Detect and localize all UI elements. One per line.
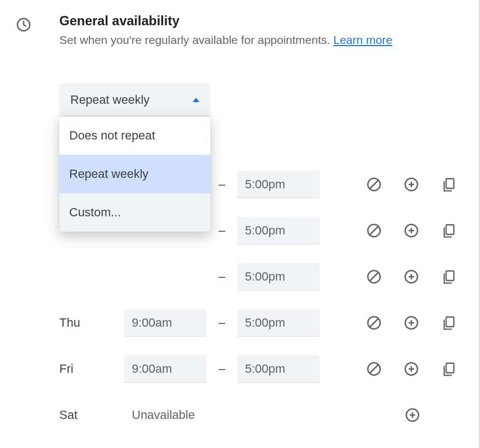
add-icon[interactable] <box>402 175 421 194</box>
section-subtitle: Set when you're regularly available for … <box>59 32 465 48</box>
end-time-input[interactable]: 5:00pm <box>237 171 320 198</box>
svg-rect-18 <box>446 271 454 281</box>
time-dash: – <box>206 316 237 330</box>
end-time-input[interactable]: 5:00pm <box>237 355 320 383</box>
repeat-dropdown-menu: Does not repeat Repeat weekly Custom... <box>59 116 210 232</box>
day-label: Thu <box>59 316 124 330</box>
add-icon[interactable] <box>402 221 421 240</box>
start-time-input[interactable]: 9:00am <box>124 355 206 383</box>
svg-line-2 <box>370 181 378 189</box>
day-row-fri: Fri 9:00am – 5:00pm <box>59 346 465 392</box>
add-icon[interactable] <box>402 360 421 378</box>
day-label: Fri <box>59 362 124 376</box>
end-time-input[interactable]: 5:00pm <box>237 217 320 244</box>
unavailable-icon[interactable] <box>365 313 383 332</box>
time-dash: – <box>206 177 237 192</box>
svg-line-8 <box>370 227 378 235</box>
end-time-input[interactable]: 5:00pm <box>237 309 320 337</box>
copy-icon[interactable] <box>439 175 458 194</box>
unavailable-icon[interactable] <box>365 175 383 194</box>
unavailable-icon[interactable] <box>365 267 383 286</box>
day-label: Sat <box>59 408 124 422</box>
copy-icon[interactable] <box>439 221 458 240</box>
day-row-wed: – 5:00pm <box>59 254 465 300</box>
day-row-sat: Sat Unavailable <box>59 392 465 438</box>
end-time-input[interactable]: 5:00pm <box>237 263 320 290</box>
clock-icon <box>15 25 32 35</box>
repeat-dropdown[interactable]: Repeat weekly <box>59 83 210 116</box>
svg-line-20 <box>370 319 378 327</box>
unavailable-icon[interactable] <box>365 221 383 240</box>
learn-more-link[interactable]: Learn more <box>333 33 392 46</box>
svg-rect-30 <box>446 363 454 373</box>
time-dash: – <box>206 362 237 376</box>
option-repeat-weekly[interactable]: Repeat weekly <box>59 155 210 193</box>
section-subtitle-text: Set when you're regularly available for … <box>59 33 333 46</box>
day-row-thu: Thu 9:00am – 5:00pm <box>59 300 465 346</box>
svg-rect-12 <box>446 225 454 235</box>
time-dash: – <box>206 270 237 284</box>
option-custom[interactable]: Custom... <box>59 193 210 232</box>
option-does-not-repeat[interactable]: Does not repeat <box>59 116 210 155</box>
svg-line-14 <box>370 273 378 281</box>
unavailable-label: Unavailable <box>124 408 195 422</box>
add-icon[interactable] <box>402 313 421 332</box>
svg-rect-24 <box>446 317 454 327</box>
copy-icon[interactable] <box>439 267 458 286</box>
copy-icon[interactable] <box>439 313 458 332</box>
unavailable-icon[interactable] <box>365 360 383 378</box>
copy-icon[interactable] <box>439 360 458 378</box>
add-icon[interactable] <box>402 267 421 286</box>
svg-line-26 <box>370 365 378 373</box>
svg-rect-6 <box>446 179 454 189</box>
add-icon[interactable] <box>403 406 422 424</box>
section-title: General availability <box>59 13 465 29</box>
start-time-input[interactable]: 9:00am <box>124 309 206 337</box>
time-dash: – <box>206 223 237 238</box>
day-row-sun: Sun Unavailable <box>59 438 465 448</box>
chevron-up-icon <box>193 98 199 102</box>
repeat-dropdown-label: Repeat weekly <box>70 93 149 107</box>
